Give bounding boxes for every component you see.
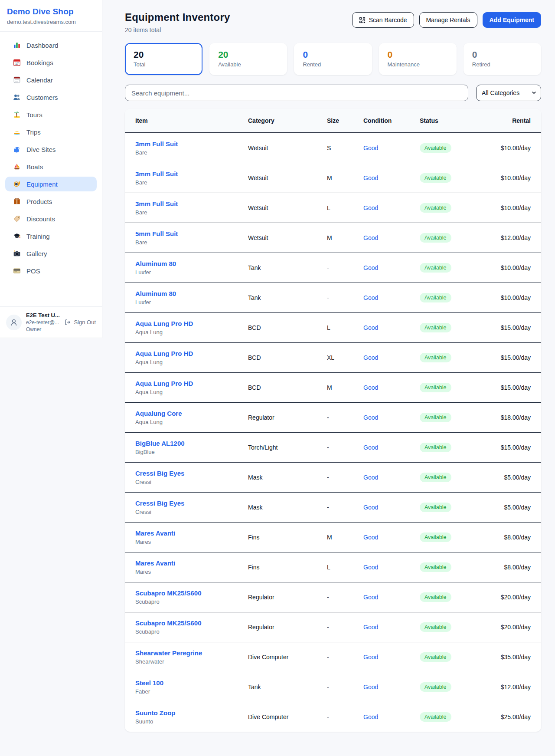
sidebar-item-trips[interactable]: Trips [5,125,97,139]
item-name-link[interactable]: BigBlue AL1200 [135,440,185,447]
item-condition-link[interactable]: Good [363,504,378,511]
brand-title: Demo Dive Shop [7,7,95,16]
item-condition-link[interactable]: Good [363,594,378,601]
item-brand: Luxfer [135,299,238,306]
item-brand: Bare [135,209,238,216]
item-condition-link[interactable]: Good [363,384,378,391]
item-name-link[interactable]: 3mm Full Suit [135,200,178,207]
category-select[interactable]: All Categories [476,85,541,101]
item-name-link[interactable]: Suunto Zoop [135,709,175,717]
sidebar-item-equipment[interactable]: Equipment [5,177,97,191]
item-name-link[interactable]: Aqua Lung Pro HD [135,320,193,327]
item-condition-link[interactable]: Good [363,624,378,631]
item-category: Wetsuit [243,163,322,193]
item-rental: $15.00/day [480,343,541,373]
sidebar-item-discounts[interactable]: Discounts [5,211,97,226]
item-condition-link[interactable]: Good [363,564,378,571]
sidebar-item-dashboard[interactable]: Dashboard [5,38,97,53]
item-rental: $8.00/day [480,552,541,582]
add-equipment-button[interactable]: Add Equipment [483,12,541,28]
item-condition-link[interactable]: Good [363,264,378,271]
col-size: Size [322,109,358,133]
sidebar-item-products[interactable]: Products [5,194,97,209]
sidebar-item-customers[interactable]: Customers [5,90,97,105]
table-row: Shearwater Peregrine Shearwater Dive Com… [125,642,541,672]
item-name-link[interactable]: Steel 100 [135,679,163,687]
item-name-link[interactable]: Mares Avanti [135,529,175,537]
item-name-link[interactable]: Scubapro MK25/S600 [135,619,202,627]
item-condition-link[interactable]: Good [363,414,378,421]
boats-icon [13,163,21,171]
stat-card-retired[interactable]: 0 Retired [464,43,541,75]
stat-value: 0 [388,49,448,60]
item-condition-link[interactable]: Good [363,474,378,481]
sidebar-item-calendar[interactable]: Calendar [5,72,97,87]
table-header: Item Category Size Condition Status Rent… [125,109,541,133]
manage-rentals-button[interactable]: Manage Rentals [419,12,477,28]
pos-icon [13,267,21,275]
trips-icon [13,128,21,136]
item-condition-link[interactable]: Good [363,174,378,181]
item-condition-link[interactable]: Good [363,204,378,211]
item-name-link[interactable]: Scubapro MK25/S600 [135,589,202,597]
item-brand: Bare [135,179,238,186]
item-name-link[interactable]: Aluminum 80 [135,290,176,297]
sidebar-item-label: Trips [26,128,41,136]
products-icon [13,197,21,205]
sidebar-item-label: Tours [26,111,42,118]
item-condition-link[interactable]: Good [363,234,378,241]
sidebar: Demo Dive Shop demo.test.divestreams.com… [0,0,102,338]
stat-card-maintenance[interactable]: 0 Maintenance [379,43,457,75]
item-name-link[interactable]: Aluminum 80 [135,260,176,267]
item-rental: $10.00/day [480,133,541,163]
sidebar-user-footer: E2E Test U... e2e-tester@... Owner Sign … [0,306,102,338]
scan-barcode-button[interactable]: Scan Barcode [352,12,414,28]
item-size: S [322,133,358,163]
stat-value: 20 [134,49,194,60]
item-condition-link[interactable]: Good [363,684,378,690]
item-name-link[interactable]: 5mm Full Suit [135,230,178,237]
item-name-link[interactable]: Shearwater Peregrine [135,649,202,657]
item-name-link[interactable]: 3mm Full Suit [135,170,178,177]
item-category: BCD [243,343,322,373]
status-badge: Available [420,143,451,153]
item-condition-link[interactable]: Good [363,444,378,451]
item-rental: $20.00/day [480,612,541,642]
item-name-link[interactable]: Aqua Lung Pro HD [135,350,193,357]
table-row: Scubapro MK25/S600 Scubapro Regulator - … [125,582,541,612]
stat-card-total[interactable]: 20 Total [125,43,202,75]
item-rental: $10.00/day [480,283,541,313]
item-brand: Mares [135,569,238,575]
sidebar-item-pos[interactable]: POS [5,263,97,278]
status-badge: Available [420,323,451,332]
item-condition-link[interactable]: Good [363,713,378,720]
search-input[interactable] [125,85,468,101]
item-name-link[interactable]: Cressi Big Eyes [135,470,184,477]
item-name-link[interactable]: Cressi Big Eyes [135,500,184,507]
sidebar-item-gallery[interactable]: Gallery [5,246,97,261]
item-name-link[interactable]: 3mm Full Suit [135,140,178,148]
item-name-link[interactable]: Aqualung Core [135,410,182,417]
sidebar-item-bookings[interactable]: 17 Bookings [5,55,97,70]
sidebar-item-dive-sites[interactable]: Dive Sites [5,142,97,157]
item-name-link[interactable]: Aqua Lung Pro HD [135,380,193,387]
item-condition-link[interactable]: Good [363,354,378,361]
item-condition-link[interactable]: Good [363,324,378,331]
sign-out-button[interactable]: Sign Out [65,319,96,325]
item-category: Regulator [243,582,322,612]
item-condition-link[interactable]: Good [363,294,378,301]
item-category: Mask [243,493,322,523]
stat-card-rented[interactable]: 0 Rented [294,43,372,75]
stat-card-available[interactable]: 20 Available [209,43,287,75]
item-condition-link[interactable]: Good [363,145,378,151]
sidebar-item-tours[interactable]: Tours [5,107,97,122]
sidebar-item-training[interactable]: Training [5,229,97,243]
item-condition-link[interactable]: Good [363,534,378,541]
item-brand: Scubapro [135,628,238,635]
item-rental: $15.00/day [480,373,541,403]
item-condition-link[interactable]: Good [363,654,378,661]
item-name-link[interactable]: Mares Avanti [135,559,175,567]
sidebar-item-boats[interactable]: Boats [5,159,97,174]
item-rental: $20.00/day [480,582,541,612]
item-rental: $12.00/day [480,672,541,702]
